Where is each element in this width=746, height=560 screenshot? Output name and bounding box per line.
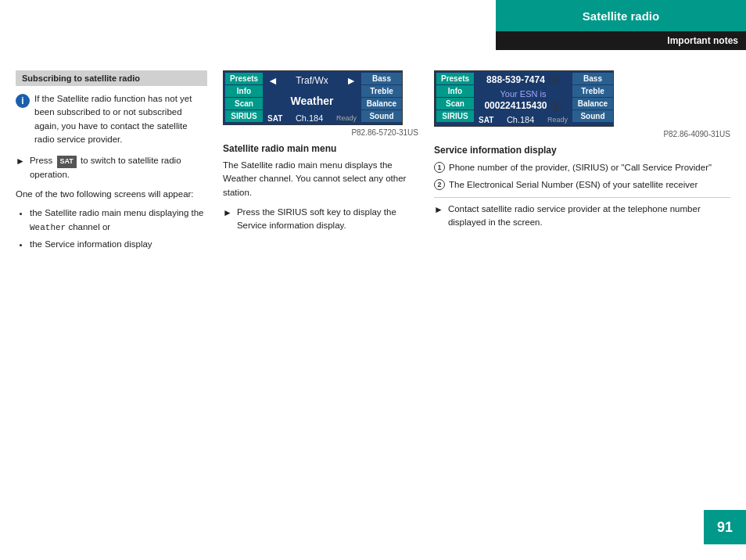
mid-instruction-text: Press the SIRIUS soft key to display the… [237, 206, 418, 233]
sound-btn[interactable]: Sound [361, 110, 402, 122]
phone-display: 888-539-7474 [486, 74, 545, 85]
service-screen: Presets Info Scan SIRIUS 888-539-7474 1 … [434, 70, 614, 127]
header-title: Satellite radio [583, 9, 659, 23]
signal-info-2: Ready [547, 116, 568, 124]
service-left-buttons: Presets Info Scan SIRIUS [435, 71, 475, 126]
middle-column: Presets Info Scan SIRIUS ◄ Traf/Wx ► Wea… [223, 70, 418, 552]
radio-screen-1: Presets Info Scan SIRIUS ◄ Traf/Wx ► Wea… [223, 70, 403, 125]
header-teal-bar: Satellite radio [496, 0, 746, 31]
bass-btn-2[interactable]: Bass [572, 73, 613, 84]
header-dark-bar: Important notes [496, 31, 746, 50]
press-instruction: ► Press SAT to switch to satellite radio… [16, 154, 207, 181]
num-text-1: Phone number of the provider, (SIRIUS) o… [449, 160, 712, 174]
num-item-1: 1 Phone number of the provider, (SIRIUS)… [434, 160, 730, 174]
press-text: Press SAT to switch to satellite radio o… [30, 154, 207, 181]
sirius-btn[interactable]: SIRIUS [225, 110, 263, 122]
treble-btn-2[interactable]: Treble [572, 85, 613, 97]
screen-left-buttons: Presets Info Scan SIRIUS [224, 71, 264, 124]
screen2-label: P82.86-4090-31US [434, 130, 730, 138]
arrow-icon: ► [16, 156, 25, 167]
mid-body-text: The Satellite radio main menu displays t… [223, 159, 418, 199]
info-btn-2[interactable]: Info [436, 85, 474, 97]
contact-text: Contact satellite radio service provider… [448, 203, 730, 230]
section-header: Subscribing to satellite radio [16, 70, 207, 86]
service-main-area: 888-539-7474 1 Your ESN is 000224115430 … [475, 71, 571, 126]
signal-info: Ready [336, 114, 357, 122]
arrow-icon-3: ► [434, 204, 443, 215]
sound-btn-2[interactable]: Sound [572, 110, 613, 122]
bass-btn[interactable]: Bass [361, 73, 402, 84]
screen-nav-row: Presets Info Scan SIRIUS ◄ Traf/Wx ► Wea… [224, 71, 403, 124]
sat-label-bottom-2: SAT [479, 116, 493, 124]
circle-1: 1 [549, 75, 560, 86]
info-description: If the Satellite radio function has not … [34, 92, 207, 146]
balance-btn-2[interactable]: Balance [572, 98, 613, 109]
screen-right-buttons: Bass Treble Balance Sound [360, 71, 403, 124]
presets-btn-2[interactable]: Presets [436, 73, 474, 84]
bullet-item-2: the Service information display [30, 237, 207, 251]
mid-instruction: ► Press the SIRIUS soft key to display t… [223, 206, 418, 233]
divider [434, 197, 730, 198]
screen1-label: P82.86-5720-31US [223, 128, 418, 137]
info-box: i If the Satellite radio function has no… [16, 92, 207, 146]
num-circle-1: 1 [434, 162, 445, 173]
sat-label-bottom: SAT [267, 114, 282, 123]
main-content: Subscribing to satellite radio i If the … [0, 63, 746, 560]
sat-badge: SAT [57, 156, 77, 168]
num-text-2: The Electronical Serial Number (ESN) of … [449, 178, 698, 192]
esn-label: Your ESN is [475, 89, 571, 99]
service-right-buttons: Bass Treble Balance Sound [571, 71, 615, 126]
right-column: Presets Info Scan SIRIUS 888-539-7474 1 … [434, 70, 730, 552]
contact-instruction: ► Contact satellite radio service provid… [434, 203, 730, 230]
bullet-item-1: the Satellite radio main menu displaying… [30, 206, 207, 235]
right-section-title: Service information display [434, 145, 730, 156]
bullet-list: the Satellite radio main menu displaying… [16, 206, 207, 251]
mid-section-title: Satellite radio main menu [223, 143, 418, 154]
scan-btn-2[interactable]: Scan [436, 98, 474, 109]
scan-btn[interactable]: Scan [225, 98, 263, 109]
sirius-btn-2[interactable]: SIRIUS [436, 110, 474, 122]
balance-btn[interactable]: Balance [361, 98, 402, 109]
nav-label: Traf/Wx [282, 75, 343, 86]
arrow-icon-2: ► [223, 207, 232, 218]
info-icon: i [16, 94, 30, 108]
info-btn[interactable]: Info [225, 85, 263, 97]
weather-label: Weather [264, 90, 360, 112]
num-item-2: 2 The Electronical Serial Number (ESN) o… [434, 178, 730, 192]
nav-left-arrow: ◄ [264, 74, 282, 87]
numbered-list: 1 Phone number of the provider, (SIRIUS)… [434, 160, 730, 192]
screen-main-area: ◄ Traf/Wx ► Weather SAT Ch.184 Ready [264, 71, 360, 124]
header-subtitle: Important notes [667, 35, 738, 46]
ch-info-2: Ch.184 [507, 115, 534, 124]
left-column: Subscribing to satellite radio i If the … [16, 70, 207, 552]
appear-text: One of the two following screens will ap… [16, 188, 207, 201]
service-screen-row: Presets Info Scan SIRIUS 888-539-7474 1 … [435, 71, 615, 126]
circle-2: 2 [551, 101, 562, 112]
presets-btn[interactable]: Presets [225, 73, 263, 84]
nav-right-arrow: ► [343, 74, 360, 87]
treble-btn[interactable]: Treble [361, 85, 402, 97]
esn-display: 000224115430 [484, 100, 547, 111]
num-circle-2: 2 [434, 179, 445, 190]
ch-info: Ch.184 [296, 113, 323, 123]
